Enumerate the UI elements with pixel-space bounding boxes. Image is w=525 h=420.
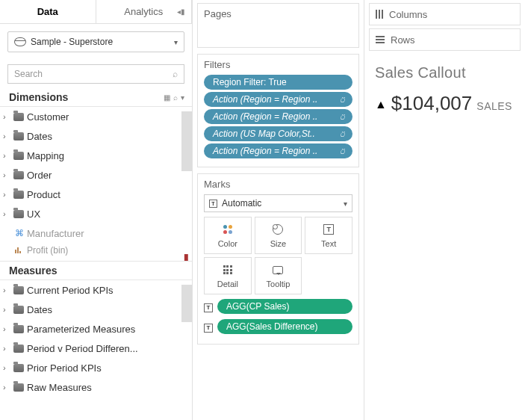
tree-folder-ppk[interactable]: ›Prior Period KPIs	[0, 358, 192, 377]
tree-folder-ux[interactable]: ›UX	[0, 204, 192, 223]
text-assign-icon[interactable]: T	[204, 303, 213, 312]
find-icon[interactable]: ⌕	[173, 93, 178, 102]
columns-shelf[interactable]: Columns	[369, 3, 521, 25]
pill-label: AGG(Sales Difference)	[226, 321, 318, 332]
tree-folder-mapping[interactable]: ›Mapping	[0, 146, 192, 165]
tree-label: Mapping	[27, 150, 192, 161]
search-input[interactable]: Search ⌕	[7, 64, 184, 84]
expand-icon: ›	[3, 112, 10, 121]
data-pane: Data Analytics◂▮ Sample - Superstore ▾ S…	[0, 0, 193, 420]
tab-analytics[interactable]: Analytics◂▮	[96, 0, 193, 23]
marks-tooltip-button[interactable]: Tooltip	[255, 257, 302, 294]
mark-btn-label: Color	[218, 239, 237, 248]
view-grid-icon[interactable]: ▦	[164, 93, 170, 102]
filter-pill[interactable]: Action (Region = Region ..⍥	[204, 92, 352, 107]
pill-label: Action (US Map Color,St..	[213, 129, 315, 139]
expand-icon: ›	[3, 190, 10, 199]
folder-icon	[13, 306, 24, 314]
link-icon: ⍥	[340, 95, 345, 104]
tree-folder-dates2[interactable]: ›Dates	[0, 300, 192, 319]
tree-label: UX	[27, 209, 192, 220]
cards-pane: Pages Filters Region Filter: True Action…	[193, 0, 364, 420]
tree-folder-dates[interactable]: ›Dates	[0, 126, 192, 146]
expand-icon: ›	[3, 305, 10, 314]
worksheet-title[interactable]: Sales Callout	[375, 64, 515, 81]
mark-type-select[interactable]: TAutomatic ▾	[204, 194, 352, 212]
datasource-selector[interactable]: Sample - Superstore ▾	[7, 31, 184, 52]
tab-analytics-label: Analytics	[124, 6, 163, 17]
folder-icon	[13, 325, 24, 333]
folder-icon	[13, 364, 24, 372]
scrollbar-thumb[interactable]	[181, 285, 192, 322]
tree-folder-param[interactable]: ›Parameterized Measures	[0, 319, 192, 339]
datasource-icon	[14, 37, 26, 46]
tree-folder-cpk[interactable]: ›Current Period KPIs	[0, 280, 192, 300]
expand-icon: ›	[3, 170, 10, 179]
size-icon	[273, 224, 283, 235]
expand-icon: ›	[3, 363, 10, 372]
delta-up-icon: ▲	[375, 98, 387, 111]
datasource-name: Sample - Superstore	[31, 37, 113, 47]
indicator-icon: ▮	[184, 252, 189, 261]
rows-shelf[interactable]: Rows	[369, 28, 521, 51]
tree-folder-product[interactable]: ›Product	[0, 185, 192, 204]
tree-folder-customer[interactable]: ›Customer	[0, 107, 192, 126]
mark-pill[interactable]: AGG(CP Sales)	[217, 299, 352, 314]
marks-detail-button[interactable]: Detail	[204, 257, 252, 294]
tree-label: Product	[27, 189, 192, 200]
tree-label: Profit (bin)	[27, 245, 68, 256]
worksheet-pane: Columns Rows Sales Callout ▲ $104,007 SA…	[364, 0, 525, 420]
tree-label: Customer	[27, 111, 192, 123]
mark-pill[interactable]: AGG(Sales Difference)	[217, 319, 352, 334]
filter-pill[interactable]: Action (Region = Region ..⍥	[204, 109, 352, 124]
expand-icon: ›	[3, 383, 10, 392]
expand-icon: ›	[3, 324, 10, 333]
tab-indicator-icon: ◂▮	[177, 7, 185, 16]
search-placeholder: Search	[14, 69, 43, 79]
folder-icon	[13, 113, 24, 121]
dimensions-title: Dimensions	[9, 91, 68, 103]
menu-caret-icon[interactable]: ▾	[181, 93, 184, 102]
filter-pill[interactable]: Action (Region = Region ..⍥	[204, 143, 352, 158]
mark-btn-label: Detail	[217, 280, 238, 288]
folder-icon	[13, 210, 24, 218]
filters-title: Filters	[204, 59, 352, 70]
chevron-down-icon: ▾	[344, 200, 347, 208]
detail-icon	[223, 265, 232, 274]
tab-data-label: Data	[37, 6, 58, 17]
pill-label: Region Filter: True	[213, 77, 287, 87]
marks-color-button[interactable]: Color	[204, 217, 252, 254]
filter-pill[interactable]: Action (US Map Color,St..⍥	[204, 126, 352, 141]
pages-card[interactable]: Pages	[197, 3, 359, 48]
scrollbar-thumb[interactable]	[181, 111, 192, 171]
text-icon: T	[323, 224, 334, 235]
filters-card[interactable]: Filters Region Filter: True Action (Regi…	[197, 54, 359, 167]
folder-icon	[13, 152, 24, 160]
search-icon: ⌕	[173, 69, 178, 79]
tree-label: Order	[27, 170, 192, 181]
tree-field-manufacturer[interactable]: ⌘Manufacturer	[0, 223, 192, 243]
pill-label: Action (Region = Region ..	[213, 111, 317, 122]
marks-card: Marks TAutomatic ▾ Color Size TText Deta…	[197, 173, 359, 345]
mark-btn-label: Text	[321, 239, 336, 248]
pages-title: Pages	[204, 8, 352, 19]
tree-field-profit-bin[interactable]: Profit (bin)	[0, 243, 192, 258]
marks-size-button[interactable]: Size	[255, 217, 302, 254]
tree-label: Parameterized Measures	[27, 324, 192, 335]
filter-pill[interactable]: Region Filter: True	[204, 75, 352, 90]
pill-label: Action (Region = Region ..	[213, 146, 317, 156]
folder-icon	[13, 345, 24, 353]
columns-label: Columns	[389, 9, 427, 20]
tree-folder-raw[interactable]: ›Raw Measures	[0, 377, 192, 397]
rows-label: Rows	[391, 34, 415, 46]
folder-icon	[13, 286, 24, 294]
tab-data[interactable]: Data	[0, 0, 96, 23]
text-assign-icon[interactable]: T	[204, 324, 213, 333]
tree-folder-order[interactable]: ›Order	[0, 165, 192, 185]
expand-icon: ›	[3, 209, 10, 218]
tree-folder-pvp[interactable]: ›Period v Period Differen...	[0, 339, 192, 358]
tree-label: Manufacturer	[27, 228, 192, 239]
marks-text-button[interactable]: TText	[305, 217, 352, 254]
folder-icon	[13, 383, 24, 392]
link-icon: ⍥	[340, 129, 345, 138]
